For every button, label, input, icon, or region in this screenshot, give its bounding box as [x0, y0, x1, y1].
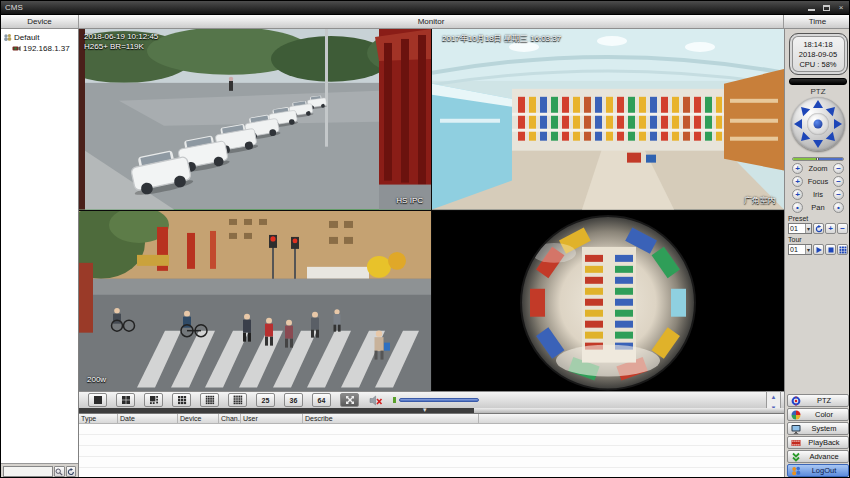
log-row: [79, 435, 784, 446]
nav-playback-button[interactable]: PlayBack: [787, 436, 849, 449]
view-25-text-button[interactable]: 25: [256, 393, 275, 407]
view-4-button[interactable]: [116, 393, 135, 407]
camera-2-scene: [432, 29, 784, 210]
device-ip-label: 192.168.1.37: [23, 44, 70, 53]
view-8-button[interactable]: [144, 393, 163, 407]
preset-add-button[interactable]: +: [825, 223, 836, 234]
device-search-button[interactable]: [54, 466, 65, 477]
view-4-icon: [121, 395, 131, 405]
nav-ptz-button[interactable]: PTZ: [787, 394, 849, 407]
col-channel[interactable]: Chan...: [219, 414, 241, 423]
device-item[interactable]: 192.168.1.37: [12, 43, 76, 54]
playback-film-icon: [791, 438, 801, 448]
iris-open-button[interactable]: +: [792, 189, 803, 200]
device-panel-header: Device: [1, 15, 79, 28]
nav-system-button[interactable]: System: [787, 422, 849, 435]
video-grid: 2018-06-19 10:12:45 H265+ BR=119K HS IPC: [79, 29, 784, 391]
pan-row: • Pan •: [785, 202, 850, 213]
pan-right-button[interactable]: •: [833, 202, 844, 213]
volume-slider[interactable]: [399, 398, 479, 402]
view-1-button[interactable]: [88, 393, 107, 407]
zoom-in-button[interactable]: +: [792, 163, 803, 174]
view-36-text-button[interactable]: 36: [284, 393, 303, 407]
device-panel: Default 192.168.1.37: [1, 29, 79, 478]
col-user[interactable]: User: [241, 414, 303, 423]
view-25-button[interactable]: [228, 393, 247, 407]
chevron-down-icon: ▾: [805, 245, 811, 254]
preset-label: Preset: [788, 215, 808, 222]
panel-headers: Device Monitor Time: [1, 14, 850, 29]
cpu-usage-bar: [789, 78, 847, 85]
view-64-text-button[interactable]: 64: [312, 393, 331, 407]
ptz-speed-slider[interactable]: [792, 157, 844, 161]
view-8-icon: [149, 395, 159, 405]
play-icon: [815, 246, 823, 254]
tour-select[interactable]: 01▾: [788, 244, 812, 255]
scroll-up-button[interactable]: ▲: [767, 392, 780, 403]
tour-start-button[interactable]: [813, 244, 824, 255]
ptz-center-button[interactable]: [807, 113, 829, 135]
cms-window: CMS × Device Monitor Time Default 192.16…: [0, 0, 850, 478]
preset-call-button[interactable]: [813, 223, 824, 234]
clock-display: 18:14:18 2018-09-05 CPU : 58%: [789, 33, 848, 75]
tour-setup-button[interactable]: [837, 244, 848, 255]
pan-left-button[interactable]: •: [792, 202, 803, 213]
log-row: [79, 457, 784, 468]
device-group-item[interactable]: Default: [3, 32, 76, 43]
focus-out-button[interactable]: −: [833, 176, 844, 187]
nav-advance-button[interactable]: Advance: [787, 450, 849, 463]
device-search-bar: [1, 463, 78, 478]
monitor-panel-header: Monitor: [79, 15, 784, 28]
fullscreen-button[interactable]: [340, 393, 359, 407]
advance-arrows-icon: [791, 452, 801, 462]
volume-control[interactable]: [393, 397, 479, 403]
device-camera-icon: [12, 44, 21, 53]
ptz-center-dot-icon: [814, 120, 823, 129]
system-monitor-icon: [791, 424, 801, 434]
minimize-button[interactable]: [805, 3, 817, 12]
ptz-wheel[interactable]: [791, 97, 845, 151]
preset-select[interactable]: 01▾: [788, 223, 812, 234]
camera-view-4[interactable]: [432, 211, 784, 392]
view-16-button[interactable]: [200, 393, 219, 407]
log-table-header: Type Date Device Chan... User Describe: [79, 414, 784, 424]
title-bar: CMS ×: [1, 1, 850, 14]
nav-color-button[interactable]: Color: [787, 408, 849, 421]
preset-cycle-icon: [815, 225, 823, 233]
nav-logout-button[interactable]: LogOut: [787, 464, 849, 477]
camera-3-scene: [79, 211, 431, 392]
refresh-icon: [67, 468, 75, 476]
device-group-label: Default: [14, 33, 39, 42]
tour-stop-button[interactable]: [825, 244, 836, 255]
speaker-muted-icon: [369, 395, 383, 406]
maximize-button[interactable]: [820, 3, 832, 12]
col-date[interactable]: Date: [118, 414, 178, 423]
device-search-input[interactable]: [3, 466, 53, 477]
view-toolbar: 25 36 64 ▲ ▼: [79, 391, 784, 408]
camera-view-3[interactable]: 200w: [79, 211, 431, 392]
col-type[interactable]: Type: [79, 414, 118, 423]
focus-in-button[interactable]: +: [792, 176, 803, 187]
clock-time: 18:14:18: [803, 40, 832, 49]
cpu-usage: CPU : 58%: [799, 60, 836, 69]
focus-label: Focus: [807, 177, 829, 186]
zoom-label: Zoom: [807, 164, 829, 173]
zoom-out-button[interactable]: −: [833, 163, 844, 174]
camera-1-scene: [79, 29, 431, 210]
iris-close-button[interactable]: −: [833, 189, 844, 200]
device-refresh-button[interactable]: [66, 466, 77, 477]
view-9-button[interactable]: [172, 393, 191, 407]
col-describe[interactable]: Describe: [303, 414, 479, 423]
mute-button[interactable]: [368, 394, 384, 406]
camera-view-2[interactable]: 2017年10月18日 星期三 16:03:37 广角室内: [432, 29, 784, 210]
camera-view-1[interactable]: 2018-06-19 10:12:45 H265+ BR=119K HS IPC: [79, 29, 431, 210]
view-16-icon: [205, 395, 215, 405]
close-button[interactable]: ×: [835, 3, 847, 12]
focus-row: + Focus −: [785, 176, 850, 187]
pan-label: Pan: [807, 203, 829, 212]
preset-delete-button[interactable]: −: [837, 223, 848, 234]
camera-4-scene: [432, 211, 784, 392]
clock-date: 2018-09-05: [799, 50, 837, 59]
col-device[interactable]: Device: [178, 414, 219, 423]
zoom-row: + Zoom −: [785, 163, 850, 174]
